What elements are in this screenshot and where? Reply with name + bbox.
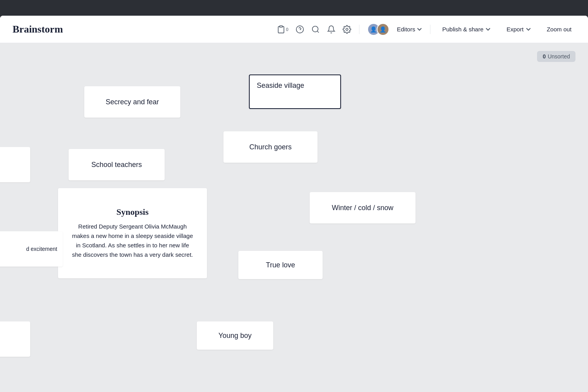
svg-point-1 (296, 25, 303, 33)
synopsis-title: Synopsis (116, 207, 149, 217)
clipboard-icon (277, 25, 285, 34)
card-partial-bottom2 (0, 321, 30, 357)
card-school-teachers[interactable]: School teachers (69, 149, 165, 180)
publish-label: Publish & share (442, 26, 483, 33)
zoom-label: Zoom out (547, 26, 572, 33)
divider (359, 25, 359, 34)
card-secrecy-fear[interactable]: Secrecy and fear (84, 86, 180, 118)
help-icon (296, 25, 304, 34)
card-winter-cold-snow[interactable]: Winter / cold / snow (310, 192, 416, 223)
synopsis-body: Retired Deputy Sergeant Olivia McMaugh m… (71, 222, 194, 260)
svg-point-5 (346, 28, 348, 31)
avatar-group: 👤 👤 (367, 23, 389, 36)
unsorted-count: 0 (543, 53, 546, 60)
top-icons: 0 (277, 25, 351, 34)
export-chevron-icon (526, 27, 531, 32)
clipboard-badge: 0 (286, 27, 288, 32)
card-school-text: School teachers (91, 161, 142, 169)
help-button[interactable] (296, 25, 304, 34)
card-young-boy[interactable]: Young boy (197, 321, 273, 350)
card-church-goers[interactable]: Church goers (223, 131, 318, 163)
clipboard-button[interactable] (277, 25, 285, 34)
card-church-text: Church goers (249, 143, 292, 151)
card-seaside-village[interactable] (249, 74, 341, 109)
search-button[interactable] (311, 25, 320, 34)
top-bar (0, 0, 588, 16)
gear-icon (343, 25, 351, 34)
app-window: Brainstorm 0 (0, 16, 588, 392)
publish-chevron-icon (485, 27, 491, 32)
bell-icon (327, 25, 336, 34)
unsorted-badge[interactable]: 0 Unsorted (537, 51, 575, 62)
card-winter-text: Winter / cold / snow (332, 204, 393, 212)
publish-share-button[interactable]: Publish & share (438, 24, 495, 35)
export-button[interactable]: Export (503, 24, 535, 35)
card-truelove-text: True love (266, 261, 295, 269)
partial-excitement-text: d excitement (26, 246, 57, 252)
card-true-love[interactable]: True love (238, 251, 323, 279)
svg-point-3 (312, 26, 318, 32)
editors-chevron-icon (417, 27, 422, 32)
card-synopsis[interactable]: Synopsis Retired Deputy Sergeant Olivia … (58, 188, 207, 278)
header-left: Brainstorm (13, 24, 63, 35)
seaside-village-input[interactable] (250, 75, 340, 108)
editors-label: Editors (397, 26, 416, 33)
canvas: 0 Unsorted Secrecy and fear School teach… (0, 43, 588, 392)
clipboard-badge-wrap: 0 (277, 25, 288, 34)
divider-2 (430, 25, 430, 34)
app-title: Brainstorm (13, 24, 63, 35)
header: Brainstorm 0 (0, 16, 588, 43)
search-icon (311, 25, 320, 34)
unsorted-label: Unsorted (548, 53, 570, 60)
card-partial-top (0, 147, 30, 182)
card-youngboy-text: Young boy (218, 332, 251, 340)
notifications-button[interactable] (327, 25, 336, 34)
header-right: 0 (277, 23, 575, 36)
card-partial-excitement: d excitement (0, 231, 63, 267)
avatar-2: 👤 (377, 23, 389, 36)
editors-button[interactable]: Editors (397, 26, 423, 33)
settings-button[interactable] (343, 25, 351, 34)
card-secrecy-text: Secrecy and fear (105, 98, 159, 106)
svg-line-4 (317, 31, 319, 33)
zoom-out-button[interactable]: Zoom out (543, 24, 575, 35)
svg-rect-0 (280, 25, 283, 27)
export-label: Export (506, 26, 523, 33)
